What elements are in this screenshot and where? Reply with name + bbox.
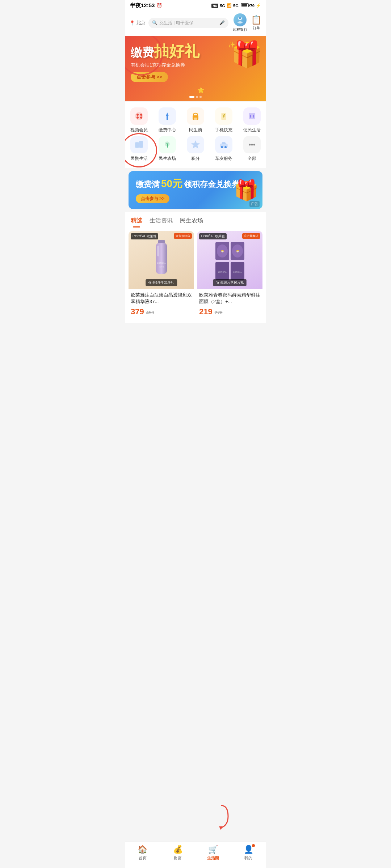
product-image-2: L'ORÉAL 欧莱雅 官方旗舰店 😷 😷 LOREAL LOREAL 🛍 xyxy=(197,231,262,289)
buy-badge-2: 🛍 买10片享10片礼 xyxy=(213,279,247,286)
car-icon-wrap xyxy=(215,136,232,153)
charge-icon-wrap: ¥ xyxy=(215,107,232,125)
menu-item-points[interactable]: 积分 xyxy=(183,136,208,162)
svg-point-4 xyxy=(136,114,139,116)
hero-participate-button[interactable]: 点击参与 >> xyxy=(131,72,168,82)
more-label: 全部 xyxy=(248,156,256,162)
svg-text:注白瓶: 注白瓶 xyxy=(159,265,164,268)
svg-point-6 xyxy=(136,116,139,119)
svg-rect-9 xyxy=(167,115,168,120)
svg-rect-19 xyxy=(139,141,143,148)
status-bar: 半夜12:53 ⏰ HD 5G 📶 5G 79 ⚡ xyxy=(125,0,266,11)
loreal-badge-2: L'ORÉAL 欧莱雅 xyxy=(199,233,227,239)
price-current-1: 379 xyxy=(131,307,144,316)
svg-text:¥: ¥ xyxy=(223,114,225,119)
minyue-icon-wrap xyxy=(130,136,148,153)
shop-icon-wrap xyxy=(187,107,204,125)
quick-menu-row-2: 民悦生活 民生农场 积分 车友服务 xyxy=(125,136,266,162)
hero-gift-icon: 🎁 xyxy=(231,39,262,69)
svg-point-28 xyxy=(253,144,255,146)
promo-banner[interactable]: 缴费满 50元 领积存金兑换券 点击参与 >> 🎁 广告 xyxy=(129,171,262,209)
hd-badge: HD xyxy=(211,4,218,8)
battery-percent: 79 xyxy=(250,4,255,8)
svg-point-1 xyxy=(237,21,243,24)
svg-point-27 xyxy=(251,144,253,146)
tab-farm[interactable]: 民生农场 xyxy=(180,217,203,227)
menu-item-charge[interactable]: ¥ 手机快充 xyxy=(211,107,236,133)
search-placeholder: 兑生活 | 电子医保 xyxy=(159,20,218,26)
points-label: 积分 xyxy=(191,156,200,162)
product-info-2: 欧莱雅青春密码酵素精华鲜注面膜（2盒）+... 219 276 xyxy=(197,289,262,319)
convenience-icon-wrap xyxy=(243,107,261,125)
product-image-1: L'ORÉAL 欧莱雅 官方旗舰店 LOREAL 注白瓶 xyxy=(129,231,194,289)
quick-menu-row-1: 视频会员 缴费中心 民生购 ¥ 手机快充 xyxy=(125,107,266,133)
svg-point-5 xyxy=(140,114,142,116)
tab-selected[interactable]: 精选 xyxy=(131,217,142,227)
charge-label: 手机快充 xyxy=(215,127,232,133)
status-time: 半夜12:53 xyxy=(130,2,155,9)
svg-text:LOREAL: LOREAL xyxy=(233,271,242,273)
car-label: 车友服务 xyxy=(215,156,232,162)
product-card-2[interactable]: L'ORÉAL 欧莱雅 官方旗舰店 😷 😷 LOREAL LOREAL 🛍 xyxy=(197,231,262,319)
product-name-1: 欧莱雅注白瓶臻白晶透淡斑双萃精华液37... xyxy=(131,292,192,305)
farm-icon-wrap xyxy=(159,136,176,153)
menu-item-video[interactable]: 视频会员 xyxy=(126,107,152,133)
official-badge-2: 官方旗舰店 xyxy=(242,233,260,239)
official-badge-1: 官方旗舰店 xyxy=(174,233,192,239)
payment-icon-wrap xyxy=(159,107,176,125)
header: 📍 北京 🔍 兑生活 | 电子医保 🎤 远程银行 📋 订 xyxy=(125,11,266,36)
svg-rect-18 xyxy=(135,142,139,148)
price-original-2: 276 xyxy=(215,310,223,315)
menu-item-convenience[interactable]: 便民生活 xyxy=(239,107,265,133)
video-label: 视频会员 xyxy=(130,127,148,133)
farm-label: 民生农场 xyxy=(159,156,176,162)
confetti-1: ✨ xyxy=(228,41,235,48)
svg-text:LOREAL: LOREAL xyxy=(157,262,166,264)
svg-text:😷: 😷 xyxy=(220,250,224,253)
content-tabs: 精选 生活资讯 民生农场 xyxy=(125,212,266,227)
header-actions: 远程银行 📋 订单 xyxy=(233,13,262,32)
quick-menu: 视频会员 缴费中心 民生购 ¥ 手机快充 xyxy=(125,102,266,168)
clock-icon: ⏰ xyxy=(156,3,162,8)
convenience-label: 便民生活 xyxy=(243,127,261,133)
payment-label: 缴费中心 xyxy=(159,127,176,133)
product-price-1: 379 450 xyxy=(131,307,192,316)
remote-bank-button[interactable]: 远程银行 xyxy=(233,13,247,32)
svg-text:😷: 😷 xyxy=(236,250,239,253)
remote-bank-icon xyxy=(234,13,247,26)
menu-item-more[interactable]: 全部 xyxy=(239,136,265,162)
points-icon-wrap xyxy=(187,136,204,153)
location-pin-icon: 📍 xyxy=(129,20,135,26)
search-bar[interactable]: 🔍 兑生活 | 电子医保 🎤 xyxy=(148,18,228,28)
tab-life-news[interactable]: 生活资讯 xyxy=(150,217,173,227)
order-icon: 📋 xyxy=(251,15,262,25)
mic-icon[interactable]: 🎤 xyxy=(219,20,225,25)
product-info-1: 欧莱雅注白瓶臻白晶透淡斑双萃精华液37... 379 450 xyxy=(129,289,194,319)
menu-item-payment[interactable]: 缴费中心 xyxy=(155,107,180,133)
product-card-1[interactable]: L'ORÉAL 欧莱雅 官方旗舰店 LOREAL 注白瓶 xyxy=(129,231,194,319)
svg-point-3 xyxy=(135,112,143,120)
svg-rect-29 xyxy=(158,240,165,243)
svg-point-26 xyxy=(249,144,251,146)
bottle-svg-1: LOREAL 注白瓶 xyxy=(151,238,172,282)
svg-rect-31 xyxy=(157,246,159,256)
header-location[interactable]: 📍 北京 xyxy=(129,20,146,26)
menu-item-minyue[interactable]: 民悦生活 xyxy=(126,136,152,162)
svg-point-7 xyxy=(140,116,142,119)
menu-item-shop[interactable]: 民生购 xyxy=(183,107,208,133)
hero-main-text: 缴费抽好礼 xyxy=(131,43,209,60)
status-icons: HD 5G 📶 5G 79 ⚡ xyxy=(211,3,261,8)
mask-svg-2: 😷 😷 LOREAL LOREAL xyxy=(212,238,248,282)
menu-item-car[interactable]: 车友服务 xyxy=(211,136,236,162)
order-button[interactable]: 📋 订单 xyxy=(251,15,262,31)
svg-marker-22 xyxy=(192,141,199,148)
product-grid: L'ORÉAL 欧莱雅 官方旗舰店 LOREAL 注白瓶 xyxy=(125,227,266,323)
menu-item-farm[interactable]: 民生农场 xyxy=(155,136,180,162)
banner2-participate-button[interactable]: 点击参与 >> xyxy=(136,194,169,203)
search-icon: 🔍 xyxy=(152,20,157,25)
svg-point-2 xyxy=(239,17,241,19)
lightning-icon: ⚡ xyxy=(256,3,261,8)
5g-signal-icon: 5G xyxy=(220,4,225,8)
svg-point-24 xyxy=(221,146,223,148)
page-wrapper: 半夜12:53 ⏰ HD 5G 📶 5G 79 ⚡ 📍 北京 🔍 兑生活 | 电… xyxy=(125,0,266,352)
